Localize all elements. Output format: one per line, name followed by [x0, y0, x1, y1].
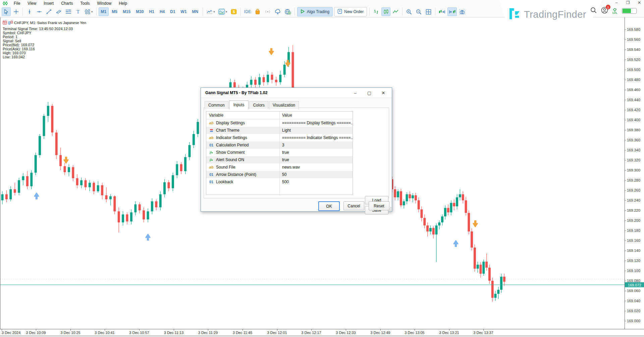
value-cell[interactable]: 3: [279, 143, 353, 147]
bar-chart-style-button[interactable]: [372, 7, 381, 16]
value-cell[interactable]: ========== Display Settings ======...: [279, 121, 353, 125]
variable-name: Show Comment: [216, 150, 245, 155]
level-indicator[interactable]: LVL: [612, 8, 618, 14]
menu-items: FileViewInsertChartsToolsWindowHelp: [10, 1, 131, 6]
value-cell[interactable]: news.wav: [279, 165, 353, 170]
candle: [423, 218, 426, 226]
metaeditor-ide-button[interactable]: IDE: [243, 7, 253, 16]
window-minimize-button[interactable]: –: [613, 0, 620, 5]
channel-tool-button[interactable]: [54, 7, 63, 16]
chart-profile-button[interactable]: ▾: [205, 7, 216, 16]
timeframe-m15[interactable]: M15: [120, 7, 133, 16]
chart-symbol-title: CHFJPY, M1: Swiss Frank vs Japanese Yen: [14, 21, 86, 25]
menu-item-window[interactable]: Window: [94, 1, 115, 6]
dialog-resize-grip[interactable]: [388, 207, 391, 211]
candles-style-button[interactable]: [381, 7, 390, 16]
auto-scroll-button[interactable]: [437, 7, 447, 16]
time-label: 3 Dec 11:13: [164, 331, 184, 335]
time-label: 3 Dec 11:29: [198, 331, 218, 335]
price-tick: [625, 50, 626, 50]
number-input-type-icon: 01: [209, 180, 214, 184]
candle: [418, 200, 420, 209]
new-order-button[interactable]: New Order: [334, 7, 367, 16]
price-tick: [625, 321, 626, 321]
timeframe-m1[interactable]: M1: [99, 7, 109, 16]
tab-colors[interactable]: Colors: [249, 101, 268, 109]
menu-item-tools[interactable]: Tools: [77, 1, 94, 6]
shapes-tool-button[interactable]: ▾: [83, 7, 94, 16]
timeframe-m5[interactable]: M5: [109, 7, 120, 16]
zoom-in-icon: [406, 9, 412, 15]
timeframe-w1[interactable]: W1: [178, 7, 189, 16]
zoom-out-button[interactable]: [414, 7, 423, 16]
community-button[interactable]: [283, 7, 292, 16]
indicators-button[interactable]: ▾: [217, 7, 229, 16]
screenshot-button[interactable]: [458, 7, 467, 16]
candle: [39, 136, 41, 155]
value-cell[interactable]: true: [279, 150, 353, 155]
candle: [1, 194, 4, 200]
zoom-in-button[interactable]: [405, 7, 414, 16]
cancel-button[interactable]: Cancel: [343, 201, 364, 210]
line-style-button[interactable]: [391, 7, 400, 16]
horizontal-line-tool-button[interactable]: [35, 7, 44, 16]
theme-input-type-icon: [209, 128, 214, 133]
text-tool-button[interactable]: T: [73, 7, 83, 16]
dialog-maximize-button[interactable]: ▢: [362, 90, 376, 95]
search-icon[interactable]: [590, 7, 597, 15]
tab-common[interactable]: Common: [205, 101, 228, 109]
candle: [491, 281, 494, 298]
timeframe-m30[interactable]: M30: [133, 7, 146, 16]
horizontal-scrollbar[interactable]: [0, 335, 644, 337]
signals-button[interactable]: [263, 7, 272, 16]
cursor-tool-button[interactable]: [2, 7, 11, 16]
price-axis[interactable]: 169.580169.560169.540169.520169.500169.4…: [625, 17, 644, 329]
fibonacci-tool-button[interactable]: [64, 7, 73, 16]
trendline-tool-button[interactable]: [44, 7, 53, 16]
chart-shift-button[interactable]: [447, 7, 457, 16]
candle: [482, 262, 485, 274]
value-cell[interactable]: 50: [279, 172, 353, 177]
value-cell[interactable]: 500: [279, 180, 353, 184]
inputs-table[interactable]: VariableValueabDisplay Settings=========…: [206, 111, 353, 195]
algo-trading-button[interactable]: Algo Trading: [297, 7, 333, 16]
market-button[interactable]: [253, 7, 262, 16]
price-label: 169.040: [627, 299, 640, 303]
candle: [426, 225, 429, 231]
one-click-trading-icon[interactable]: [3, 21, 7, 25]
time-label: 3 Dec 13:37: [473, 331, 493, 335]
zoom-out-icon: [416, 9, 422, 15]
menu-item-insert[interactable]: Insert: [40, 1, 57, 6]
ok-button[interactable]: OK: [318, 201, 340, 211]
candle: [503, 277, 505, 282]
window-close-button[interactable]: ✕: [636, 0, 643, 5]
menu-item-view[interactable]: View: [24, 1, 40, 6]
menu-item-help[interactable]: Help: [115, 1, 131, 6]
time-axis[interactable]: 3 Dec 20243 Dec 10:093 Dec 10:253 Dec 10…: [0, 329, 644, 335]
reset-button[interactable]: Reset: [369, 201, 389, 210]
depth-of-market-icon[interactable]: [8, 21, 13, 25]
timeframe-h1[interactable]: H1: [147, 7, 157, 16]
account-notifications-button[interactable]: 1: [601, 7, 608, 15]
window-restore-button[interactable]: ❐: [625, 0, 631, 5]
timeframe-h4[interactable]: H4: [157, 7, 167, 16]
tile-windows-button[interactable]: [424, 7, 433, 16]
menu-item-charts[interactable]: Charts: [57, 1, 76, 6]
tab-inputs[interactable]: Inputs: [229, 100, 249, 109]
menu-item-file[interactable]: File: [10, 1, 24, 6]
cloud-button[interactable]: [273, 7, 282, 16]
deposit-button[interactable]: $: [229, 7, 238, 16]
dialog-minimize-button[interactable]: –: [348, 90, 362, 95]
timeframe-mn[interactable]: MN: [190, 7, 201, 16]
tab-visualization[interactable]: Visualization: [269, 101, 299, 109]
vertical-line-tool-button[interactable]: [25, 7, 34, 16]
value-cell[interactable]: Light: [279, 128, 353, 133]
price-tick: [625, 230, 626, 231]
fibonacci-icon: [65, 9, 71, 14]
crosshair-tool-button[interactable]: [11, 7, 20, 16]
value-cell[interactable]: ========== Indicator Settings =====...: [279, 135, 353, 140]
timeframe-d1[interactable]: D1: [168, 7, 177, 16]
dialog-close-button[interactable]: ✕: [376, 90, 390, 95]
value-cell[interactable]: true: [279, 157, 353, 162]
candle: [126, 214, 128, 221]
